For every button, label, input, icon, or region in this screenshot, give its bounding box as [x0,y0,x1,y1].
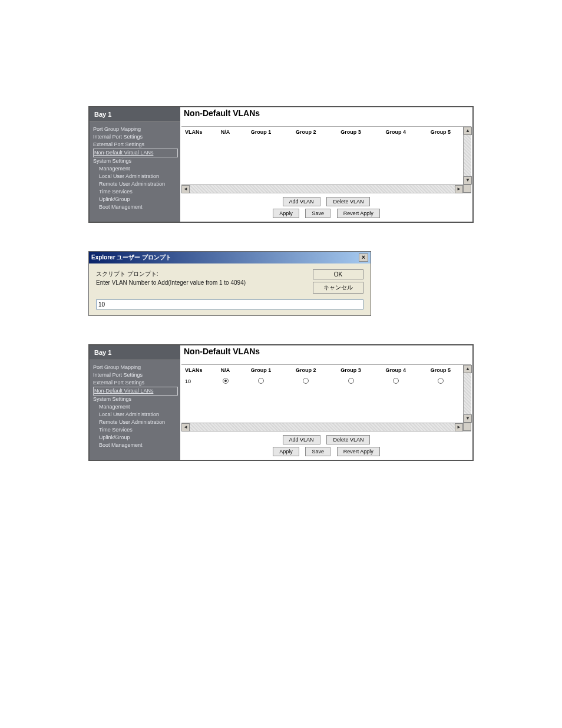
vlan-body-2: 10 [181,375,463,387]
group-radio-cell[interactable] [328,375,373,387]
dialog-body: スクリプト プロンプト: Enter VLAN Number to Add(In… [89,263,371,297]
vertical-scrollbar[interactable]: ▲ ▼ [463,365,471,423]
sidebar-item-time-services[interactable]: Time Services [93,426,178,434]
sidebar-item-local-user-administration[interactable]: Local User Administration [93,173,178,180]
scroll-down-icon[interactable]: ▼ [464,176,472,185]
group-radio-cell[interactable] [283,375,328,387]
grid-wrap: VLANsN/AGroup 1Group 2Group 3Group 4Grou… [181,126,471,193]
radio-icon[interactable] [303,378,309,384]
button-row-1: Add VLAN Delete VLAN [180,193,472,209]
sidebar-item-non-default-virtual-lans[interactable]: Non-Default Virtual LANs [93,387,178,396]
save-button[interactable]: Save [305,209,330,218]
add-vlan-button[interactable]: Add VLAN [283,435,320,444]
group-radio-cell[interactable] [239,375,283,387]
sidebar-item-non-default-virtual-lans[interactable]: Non-Default Virtual LANs [93,149,178,157]
column-header: VLANs [181,127,212,137]
radio-icon[interactable] [348,378,354,384]
radio-icon[interactable] [393,378,399,384]
save-button[interactable]: Save [305,447,330,456]
vlan-number-input[interactable] [96,299,363,309]
vlan-id-cell: 10 [181,375,212,387]
sidebar-item-boot-management[interactable]: Boot Management [93,442,178,449]
button-row-2: Apply Save Revert Apply [180,447,472,460]
sidebar-item-remote-user-administration[interactable]: Remote User Administration [93,180,178,188]
radio-icon[interactable] [223,378,229,384]
vlan-table: VLANsN/AGroup 1Group 2Group 3Group 4Grou… [181,365,463,387]
radio-icon[interactable] [438,378,444,384]
sidebar-item-local-user-administration[interactable]: Local User Administration [93,411,178,419]
scroll-up-icon[interactable]: ▲ [464,365,472,373]
sidebar-item-external-port-settings[interactable]: External Port Settings [93,141,178,149]
column-header: Group 2 [283,365,328,375]
revert-apply-button[interactable]: Revert Apply [337,209,380,218]
sidebar-item-external-port-settings[interactable]: External Port Settings [93,379,178,387]
delete-vlan-button[interactable]: Delete VLAN [326,197,370,206]
main-area: Non-Default VLANs VLANsN/AGroup 1Group 2… [180,345,472,460]
column-header: VLANs [181,365,212,375]
column-header: Group 2 [283,127,328,137]
sidebar-item-remote-user-administration[interactable]: Remote User Administration [93,419,178,426]
delete-vlan-button[interactable]: Delete VLAN [326,435,370,444]
dialog-line1: スクリプト プロンプト: [96,269,306,278]
revert-apply-button[interactable]: Revert Apply [337,447,380,456]
sidebar-item-internal-port-settings[interactable]: Internal Port Settings [93,371,178,379]
dialog-buttons: OK キャンセル [313,269,363,294]
dialog-line2: Enter VLAN Number to Add(Integer value f… [96,278,306,287]
dialog-input-wrap [96,299,363,309]
dialog-titlebar: Explorer ユーザー プロンプト × [89,252,371,263]
button-row-2: Apply Save Revert Apply [180,209,472,222]
sidebar-item-boot-management[interactable]: Boot Management [93,203,178,211]
sidebar-links-1: Port Group MappingInternal Port Settings… [90,122,180,222]
column-header: Group 4 [373,127,418,137]
sidebar-title: Bay 1 [90,345,180,360]
sidebar-item-management[interactable]: Management [93,403,178,411]
cancel-button[interactable]: キャンセル [313,282,363,294]
table-row: 10 [181,375,463,387]
radio-icon[interactable] [258,378,264,384]
page-title: Non-Default VLANs [180,345,472,364]
group-radio-cell[interactable] [212,375,239,387]
sidebar-item-management[interactable]: Management [93,165,178,173]
grid-area: VLANsN/AGroup 1Group 2Group 3Group 4Grou… [181,365,463,423]
scroll-up-icon[interactable]: ▲ [464,127,472,135]
group-radio-cell[interactable] [418,375,463,387]
sidebar: Bay 1 Port Group MappingInternal Port Se… [90,107,180,222]
sidebar-links-2: Port Group MappingInternal Port Settings… [90,360,180,460]
scroll-left-icon[interactable]: ◄ [181,423,190,431]
scroll-corner [463,423,471,431]
column-header: Group 1 [239,127,283,137]
scroll-down-icon[interactable]: ▼ [464,414,472,423]
column-header: Group 1 [239,365,283,375]
scroll-right-icon[interactable]: ► [455,423,463,431]
sidebar-item-time-services[interactable]: Time Services [93,188,178,196]
scroll-left-icon[interactable]: ◄ [181,185,190,193]
vlan-panel-populated: Bay 1 Port Group MappingInternal Port Se… [88,344,474,461]
sidebar-item-uplink-group[interactable]: Uplink/Group [93,196,178,203]
ok-button[interactable]: OK [313,269,363,279]
column-header: Group 5 [418,365,463,375]
sidebar-item-system-settings[interactable]: System Settings [93,157,178,165]
page-title: Non-Default VLANs [180,107,472,126]
add-vlan-button[interactable]: Add VLAN [283,197,320,206]
grid-area: VLANsN/AGroup 1Group 2Group 3Group 4Grou… [181,127,463,185]
sidebar: Bay 1 Port Group MappingInternal Port Se… [90,345,180,460]
vlan-header-row-2: VLANsN/AGroup 1Group 2Group 3Group 4Grou… [181,365,463,375]
horizontal-scrollbar[interactable]: ◄ ► [181,185,463,193]
sidebar-item-port-group-mapping[interactable]: Port Group Mapping [93,364,178,371]
sidebar-item-system-settings[interactable]: System Settings [93,396,178,403]
sidebar-title: Bay 1 [90,107,180,122]
group-radio-cell[interactable] [373,375,418,387]
sidebar-item-internal-port-settings[interactable]: Internal Port Settings [93,133,178,141]
column-header: Group 3 [328,127,373,137]
main-area: Non-Default VLANs VLANsN/AGroup 1Group 2… [180,107,472,222]
grid-wrap: VLANsN/AGroup 1Group 2Group 3Group 4Grou… [181,364,471,431]
sidebar-item-port-group-mapping[interactable]: Port Group Mapping [93,126,178,133]
button-row-1: Add VLAN Delete VLAN [180,431,472,447]
apply-button[interactable]: Apply [273,209,299,218]
horizontal-scrollbar[interactable]: ◄ ► [181,423,463,431]
vertical-scrollbar[interactable]: ▲ ▼ [463,127,471,185]
scroll-right-icon[interactable]: ► [455,185,463,193]
sidebar-item-uplink-group[interactable]: Uplink/Group [93,434,178,442]
apply-button[interactable]: Apply [273,447,299,456]
close-icon[interactable]: × [359,253,368,262]
